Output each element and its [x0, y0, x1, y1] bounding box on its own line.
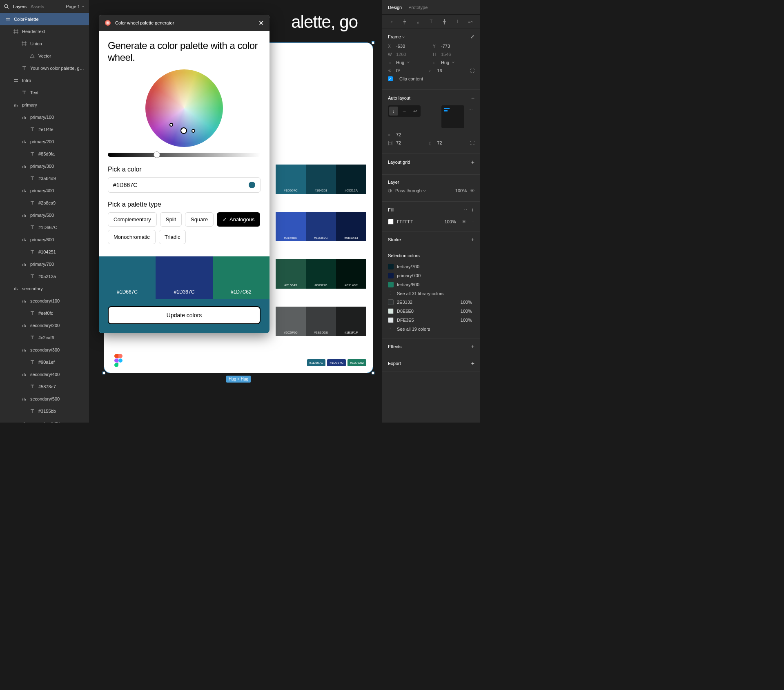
layer-row[interactable]: HeaderText	[0, 25, 89, 38]
layer-row[interactable]: primary/400	[0, 185, 89, 197]
clip-checkbox[interactable]: ✓	[388, 76, 393, 81]
tab-prototype[interactable]: Prototype	[408, 5, 428, 10]
frame-y[interactable]: -773	[441, 44, 450, 49]
fill-hex[interactable]: FFFFFF	[397, 219, 441, 224]
layer-row[interactable]: #e1f4fe	[0, 123, 89, 136]
selection-color[interactable]: 2E3132100%	[388, 298, 474, 307]
auto-layout-more-icon[interactable]: ⋯	[467, 105, 474, 114]
layer-row[interactable]: #1D667C	[0, 221, 89, 234]
layer-row[interactable]: #c2caf6	[0, 332, 89, 344]
direction-wrap-icon[interactable]: ↩	[410, 107, 419, 116]
layer-row[interactable]: #90a1ef	[0, 356, 89, 368]
align-hcenter-icon[interactable]: ┿	[401, 18, 408, 25]
frame-radius[interactable]: 16	[437, 68, 442, 73]
palette-chip-split[interactable]: Split	[160, 212, 182, 227]
frame-x[interactable]: -630	[396, 44, 405, 49]
color-input[interactable]	[108, 177, 261, 193]
page-selector[interactable]: Page 1	[66, 4, 85, 9]
selection-color-style[interactable]: primary/700	[388, 271, 474, 280]
palette-chip-triadic[interactable]: Triadic	[159, 230, 186, 244]
see-all-colors[interactable]: ⋮See all 19 colors	[388, 325, 474, 333]
resize-handle-br[interactable]	[372, 372, 374, 374]
lightness-thumb[interactable]	[154, 151, 160, 158]
auto-layout-gap[interactable]: 72	[396, 132, 401, 137]
tab-assets[interactable]: Assets	[31, 4, 44, 9]
palette-chip-analogous[interactable]: ✓Analogous	[217, 212, 260, 227]
fill-swatch[interactable]	[388, 219, 394, 225]
frame-h[interactable]: 1546	[441, 52, 451, 57]
align-bottom-icon[interactable]: ⟘	[454, 18, 461, 25]
layer-row[interactable]: secondary	[0, 283, 89, 295]
layer-row[interactable]: Intro	[0, 74, 89, 87]
auto-layout-pad-v[interactable]: 72	[437, 140, 442, 145]
color-wheel[interactable]	[145, 69, 223, 147]
layer-row[interactable]: #2b8ca9	[0, 197, 89, 209]
color-hex-field[interactable]	[113, 182, 249, 188]
layer-row[interactable]: #3155bb	[0, 405, 89, 417]
layer-row[interactable]: #104251	[0, 246, 89, 258]
layer-row[interactable]: #85d9fa	[0, 148, 89, 160]
auto-layout-pad-h[interactable]: 72	[396, 140, 401, 145]
frame-title[interactable]: Frame	[388, 34, 405, 39]
frame-hug-v[interactable]: Hug	[441, 60, 449, 65]
add-export-icon[interactable]: +	[471, 360, 474, 367]
layer-row[interactable]: #eef0fc	[0, 307, 89, 319]
layer-row[interactable]: #05212a	[0, 270, 89, 283]
close-icon[interactable]: ✕	[258, 19, 264, 27]
layer-row[interactable]: ColorPalette	[0, 13, 89, 25]
layer-row[interactable]: secondary/600	[0, 417, 89, 423]
layer-row[interactable]: #3ab4d9	[0, 172, 89, 185]
tab-layers[interactable]: Layers	[13, 4, 27, 9]
layer-opacity[interactable]: 100%	[455, 188, 467, 193]
wheel-handle-a[interactable]	[169, 123, 173, 127]
search-icon[interactable]	[4, 4, 9, 9]
palette-chip-monochromatic[interactable]: Monochromatic	[108, 230, 156, 244]
align-top-icon[interactable]: ⟙	[428, 18, 435, 25]
layer-row[interactable]: primary/300	[0, 160, 89, 172]
layer-row[interactable]: secondary/500	[0, 393, 89, 405]
resize-handle-tr[interactable]	[372, 41, 374, 44]
alignment-grid[interactable]	[441, 105, 464, 128]
layer-row[interactable]: secondary/400	[0, 368, 89, 381]
wheel-handle-main[interactable]	[180, 127, 187, 134]
layer-row[interactable]: #5878e7	[0, 381, 89, 393]
frame-rotation[interactable]: 0°	[396, 68, 401, 73]
layer-row[interactable]: Vector	[0, 50, 89, 62]
frame-hug-h[interactable]: Hug	[396, 60, 404, 65]
canvas[interactable]: alette, go #1D667C#104251#05212A#3155BB#…	[89, 0, 382, 423]
layer-row[interactable]: primary	[0, 99, 89, 111]
palette-chip-square[interactable]: Square	[185, 212, 214, 227]
update-colors-button[interactable]: Update colors	[108, 306, 261, 324]
align-left-icon[interactable]: ⟔	[388, 18, 395, 25]
align-vcenter-icon[interactable]: ╋	[441, 18, 448, 25]
layer-row[interactable]: primary/700	[0, 258, 89, 270]
fill-opacity[interactable]: 100%	[444, 219, 456, 224]
selection-color[interactable]: DFE3E5100%	[388, 316, 474, 325]
layer-row[interactable]: Your own color palette, g…	[0, 62, 89, 74]
blend-mode[interactable]: Pass through	[395, 188, 452, 193]
frame-w[interactable]: 1260	[396, 52, 406, 57]
layer-row[interactable]: secondary/100	[0, 295, 89, 307]
layer-row[interactable]: secondary/200	[0, 319, 89, 332]
add-layout-grid-icon[interactable]: +	[471, 159, 474, 165]
lightness-slider[interactable]	[108, 153, 261, 157]
selection-color-style[interactable]: tertiary/700	[388, 262, 474, 271]
fit-icon[interactable]: ⤢	[470, 34, 474, 40]
remove-fill-icon[interactable]: −	[472, 219, 474, 224]
layer-row[interactable]: primary/100	[0, 111, 89, 123]
layer-row[interactable]: primary/600	[0, 234, 89, 246]
selection-color[interactable]: D8E6E0100%	[388, 307, 474, 316]
see-all-library-colors[interactable]: ⋮See all 31 library colors	[388, 289, 474, 298]
selection-color-style[interactable]: tertiary/600	[388, 280, 474, 289]
layer-row[interactable]: secondary/300	[0, 344, 89, 356]
align-right-icon[interactable]: ⟓	[414, 18, 422, 25]
direction-horizontal-icon[interactable]: →	[400, 107, 409, 116]
fill-visibility-icon[interactable]: 👁	[462, 219, 466, 224]
resize-handle-bl[interactable]	[102, 372, 105, 374]
direction-vertical-icon[interactable]: ↓	[389, 107, 398, 116]
palette-chip-complementary[interactable]: Complementary	[108, 212, 157, 227]
add-fill-icon[interactable]: +	[471, 207, 474, 213]
padding-expand-icon[interactable]: ⛶	[470, 140, 474, 145]
visibility-icon[interactable]: 👁	[470, 188, 474, 193]
layer-row[interactable]: primary/200	[0, 136, 89, 148]
